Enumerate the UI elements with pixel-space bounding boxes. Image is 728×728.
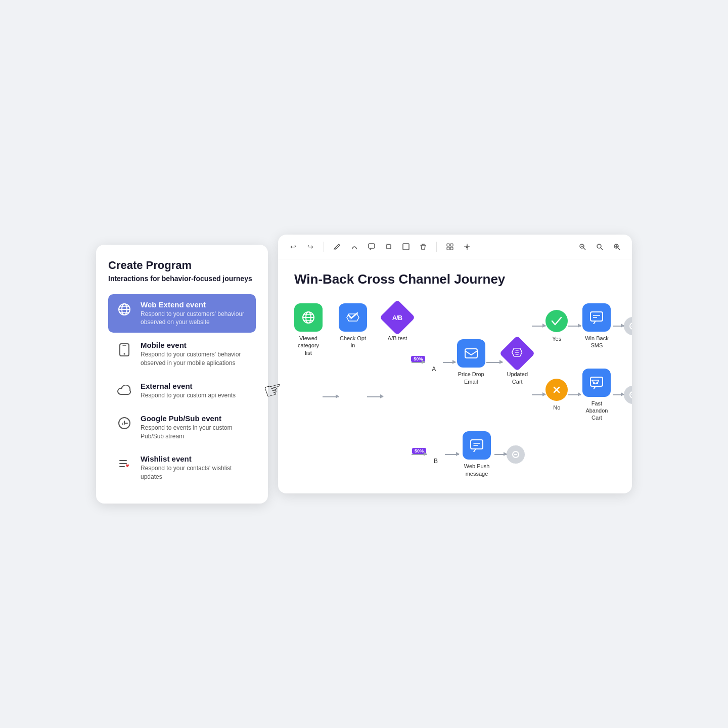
event-title-web-extend: Web Extend event [141, 300, 249, 309]
undo-button[interactable]: ↩ [286, 240, 300, 254]
branch-a-connector-2 [443, 362, 456, 363]
canvas-area: Win-Back Cross Channel Journey Viewed ca… [278, 259, 632, 493]
connector-2 [367, 396, 383, 397]
zoom-out-button[interactable] [575, 240, 589, 254]
stop-1-box [624, 317, 632, 335]
svg-line-27 [601, 248, 603, 250]
arrow-head-a [422, 360, 425, 364]
branch-a-label-area: A [425, 352, 443, 373]
svg-rect-43 [590, 312, 603, 321]
connector-1 [323, 396, 339, 397]
updated-cart-box [503, 339, 531, 368]
undo-redo-group: ↩ ↪ [286, 240, 317, 254]
connector-price-drop [486, 362, 503, 363]
trash-tool-button[interactable] [416, 240, 430, 254]
redo-button[interactable]: ↪ [303, 240, 317, 254]
branch-b-row: 50% B [412, 431, 632, 477]
ab-test-box: A/B [383, 303, 412, 332]
grid1-button[interactable] [443, 240, 457, 254]
event-item-mobile[interactable]: Mobile event Respond to your customers' … [108, 335, 256, 374]
event-item-pubsub[interactable]: G Google Pub/Sub event Respond to events… [108, 408, 256, 447]
ab-test-label: A/B test [388, 335, 407, 342]
no-arrow-2 [578, 392, 581, 396]
node-no[interactable]: No [545, 379, 568, 411]
cart-connector [613, 394, 624, 395]
zoom-group [575, 240, 624, 254]
updated-cart-label: Updated Cart [503, 371, 532, 385]
event-item-external[interactable]: External event Respond to your custom ap… [108, 376, 256, 406]
zoom-reset-button[interactable] [593, 240, 607, 254]
branch-a-spacer [425, 352, 443, 366]
branch-b-label-area: B [427, 444, 445, 465]
web-push-box [463, 431, 491, 460]
grid-group [443, 240, 474, 254]
fast-abandon-cart-label: Fast Abandon Cart [581, 400, 613, 422]
no-label: No [553, 404, 560, 411]
node-yes[interactable]: Yes [545, 310, 568, 342]
svg-rect-16 [447, 244, 449, 246]
yes-box [545, 310, 568, 332]
yes-label: Yes [552, 335, 561, 342]
push-connector [494, 454, 507, 455]
node-win-back-sms[interactable]: Win Back SMS [581, 303, 613, 349]
journey-title: Win-Back Cross Channel Journey [294, 271, 616, 287]
event-item-web-extend[interactable]: Web Extend event Respond to your custome… [108, 294, 256, 333]
no-connector-1 [532, 394, 545, 395]
branch-a-label: A [432, 366, 436, 373]
win-back-sms-label: Win Back SMS [581, 335, 613, 349]
arrow-head-a2 [452, 360, 456, 364]
no-box [545, 379, 568, 401]
curve-tool-button[interactable] [347, 240, 361, 254]
yes-connector-2 [568, 326, 580, 327]
yes-arrow-2 [578, 324, 581, 328]
arrow-head-b [424, 452, 427, 456]
check-opt-in-label: Check Opt in [339, 335, 367, 349]
pencil-tool-button[interactable] [330, 240, 344, 254]
toolbar: ↩ ↪ [278, 235, 632, 259]
no-connector-2 [568, 394, 580, 395]
event-desc-external: Respond to your custom api events [141, 391, 236, 400]
branch-a-connector: 50% [412, 362, 425, 363]
no-arrow [542, 392, 546, 396]
node-check-opt-in[interactable]: Check Opt in [339, 303, 367, 349]
branch-b-spacer [427, 444, 445, 458]
event-desc-mobile: Respond to your customers' behavior obse… [141, 350, 249, 368]
push-arrow [504, 452, 507, 456]
node-stop-3 [507, 445, 525, 464]
node-fast-abandon-cart[interactable]: Fast Abandon Cart [581, 369, 613, 422]
google-icon: G [115, 414, 133, 432]
svg-rect-50 [590, 377, 603, 386]
branch-b-label: B [434, 458, 438, 465]
stop-3-box [507, 445, 525, 464]
copy-tool-button[interactable] [382, 240, 396, 254]
node-stop-2 [624, 386, 632, 404]
event-title-pubsub: Google Pub/Sub event [141, 414, 249, 423]
cart-arrow [621, 392, 624, 396]
split-area: 50% A [412, 303, 632, 477]
svg-rect-19 [450, 247, 453, 250]
toolbar-separator-2 [436, 242, 437, 252]
node-ab-test[interactable]: A/B A/B test [383, 303, 412, 342]
branch-a-row: 50% A [412, 303, 632, 421]
comment-tool-button[interactable] [365, 240, 379, 254]
node-viewed-category[interactable]: Viewed category list [294, 303, 323, 356]
no-branch: No [532, 369, 632, 422]
viewed-category-box [294, 303, 323, 332]
node-web-push[interactable]: Web Push message [459, 431, 494, 477]
zoom-in-button[interactable] [610, 240, 624, 254]
panel-title: Create Program [108, 259, 256, 272]
grid2-button[interactable] [460, 240, 474, 254]
svg-line-24 [583, 248, 585, 250]
node-price-drop-email[interactable]: Price Drop Email [456, 339, 487, 385]
flow-diagram: Viewed category list Check Opt in [294, 303, 616, 477]
svg-text:G: G [122, 422, 125, 426]
win-back-sms-box [582, 303, 611, 332]
branch-b-connector-2 [445, 454, 459, 455]
price-drop-label: Price Drop Email [456, 371, 487, 385]
frame-tool-button[interactable] [399, 240, 413, 254]
node-updated-cart[interactable]: Updated Cart [503, 339, 532, 385]
branch-b-connector: 50% [412, 454, 427, 455]
cloud-icon [115, 382, 133, 400]
event-item-wishlist[interactable]: Wishlist event Respond to your contacts'… [108, 448, 256, 487]
arrow-head-b2 [456, 452, 460, 456]
